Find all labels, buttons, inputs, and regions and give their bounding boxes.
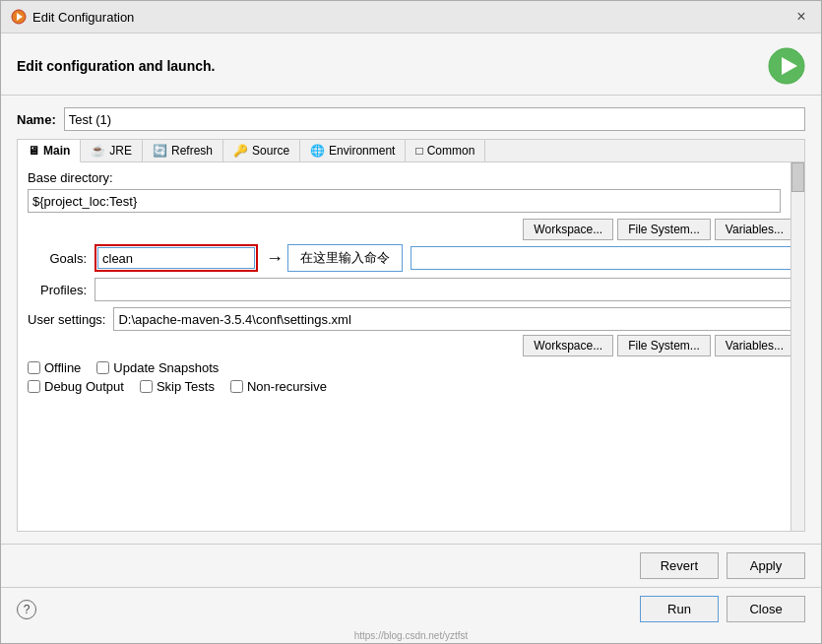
help-button[interactable]: ? <box>17 600 36 619</box>
jre-tab-icon: ☕ <box>91 144 105 158</box>
tab-main-label: Main <box>43 144 70 158</box>
footer-bottom: ? Run Close <box>1 587 821 630</box>
dialog-body: Name: 🖥 Main ☕ JRE 🔄 Refresh 🔑 <box>1 96 821 544</box>
main-tab-icon: 🖥 <box>28 144 39 158</box>
play-icon <box>768 47 805 85</box>
debug-output-label: Debug Output <box>44 379 124 394</box>
update-snapshots-checkbox[interactable] <box>96 361 109 374</box>
file-system-button-1[interactable]: File System... <box>617 219 711 240</box>
offline-checkbox[interactable] <box>28 361 40 374</box>
tab-environment-label: Environment <box>329 144 395 158</box>
close-button[interactable]: × <box>791 7 811 27</box>
goals-label: Goals: <box>28 251 87 266</box>
file-system-button-2[interactable]: File System... <box>617 335 711 356</box>
update-snapshots-checkbox-item[interactable]: Update Snapshots <box>96 360 219 375</box>
offline-label: Offline <box>44 360 81 375</box>
tab-refresh-label: Refresh <box>171 144 213 158</box>
update-snapshots-label: Update Snapshots <box>113 360 219 375</box>
base-directory-label: Base directory: <box>28 170 794 185</box>
tab-jre-label: JRE <box>109 144 132 158</box>
debug-output-checkbox-item[interactable]: Debug Output <box>28 379 124 394</box>
title-bar: Edit Configuration × <box>1 1 821 33</box>
footer-right-buttons: Run Close <box>640 596 805 622</box>
user-settings-label: User settings: <box>28 312 105 327</box>
scroll-bar[interactable] <box>790 162 804 531</box>
workspace-button-2[interactable]: Workspace... <box>523 335 613 356</box>
title-bar-left: Edit Configuration <box>11 9 134 25</box>
dialog-icon <box>11 9 27 25</box>
tab-environment[interactable]: 🌐 Environment <box>300 140 406 161</box>
footer-top: Revert Apply <box>1 544 821 587</box>
goals-right-input[interactable] <box>411 246 794 270</box>
offline-checkbox-item[interactable]: Offline <box>28 360 81 375</box>
dialog-header-title: Edit configuration and launch. <box>17 58 215 74</box>
edit-configuration-dialog: Edit Configuration × Edit configuration … <box>0 0 822 644</box>
tab-source-label: Source <box>252 144 289 158</box>
tab-refresh[interactable]: 🔄 Refresh <box>143 140 223 161</box>
tab-content-main: Base directory: Workspace... File System… <box>18 162 804 531</box>
profiles-label: Profiles: <box>28 283 87 297</box>
non-recursive-checkbox-item[interactable]: Non-recursive <box>230 379 327 394</box>
goals-input[interactable] <box>97 247 255 269</box>
profiles-input[interactable] <box>95 278 794 301</box>
skip-tests-checkbox[interactable] <box>140 380 153 393</box>
variables-button-2[interactable]: Variables... <box>715 335 794 356</box>
close-dialog-button[interactable]: Close <box>727 596 805 622</box>
skip-tests-label: Skip Tests <box>157 379 215 394</box>
variables-button-1[interactable]: Variables... <box>715 219 794 240</box>
base-directory-field: Base directory: <box>28 170 794 213</box>
checkbox-row-1: Offline Update Snapshots <box>28 360 794 375</box>
goals-row: Goals: → 在这里输入命令 <box>28 244 794 272</box>
checkboxes-section: Offline Update Snapshots Debug Output <box>28 360 794 394</box>
tabs-container: 🖥 Main ☕ JRE 🔄 Refresh 🔑 Source 🌐 <box>17 139 805 532</box>
tab-main[interactable]: 🖥 Main <box>18 140 81 162</box>
tabs-bar: 🖥 Main ☕ JRE 🔄 Refresh 🔑 Source 🌐 <box>18 140 804 162</box>
name-input[interactable] <box>64 107 805 131</box>
tab-common-label: Common <box>427 144 475 158</box>
refresh-tab-icon: 🔄 <box>153 144 167 158</box>
user-settings-buttons-row: Workspace... File System... Variables... <box>28 335 794 356</box>
environment-tab-icon: 🌐 <box>310 144 325 158</box>
name-label: Name: <box>17 112 56 127</box>
profiles-row: Profiles: <box>28 278 794 301</box>
dialog-header: Edit configuration and launch. <box>1 33 821 96</box>
tab-common[interactable]: □ Common <box>406 140 485 161</box>
workspace-button-1[interactable]: Workspace... <box>523 219 613 240</box>
scroll-thumb[interactable] <box>791 162 804 192</box>
tab-jre[interactable]: ☕ JRE <box>81 140 143 161</box>
run-button[interactable]: Run <box>640 596 719 622</box>
dialog-title: Edit Configuration <box>32 10 134 25</box>
arrow-annotation: → 在这里输入命令 <box>266 244 403 272</box>
name-row: Name: <box>17 107 805 131</box>
apply-button[interactable]: Apply <box>727 552 805 579</box>
common-tab-icon: □ <box>415 144 422 158</box>
base-directory-input[interactable] <box>28 189 781 213</box>
base-dir-buttons-row: Workspace... File System... Variables... <box>28 219 794 240</box>
checkbox-row-2: Debug Output Skip Tests Non-recursive <box>28 379 794 394</box>
watermark: https://blog.csdn.net/yztfst <box>1 630 821 643</box>
revert-button[interactable]: Revert <box>640 552 719 579</box>
source-tab-icon: 🔑 <box>233 144 248 158</box>
skip-tests-checkbox-item[interactable]: Skip Tests <box>140 379 215 394</box>
non-recursive-label: Non-recursive <box>247 379 327 394</box>
debug-output-checkbox[interactable] <box>28 380 40 393</box>
tab-source[interactable]: 🔑 Source <box>223 140 300 161</box>
user-settings-input[interactable] <box>113 307 794 331</box>
annotation-box: 在这里输入命令 <box>287 244 403 272</box>
user-settings-row: User settings: <box>28 307 794 331</box>
arrow-icon: → <box>266 248 284 269</box>
goals-input-wrapper <box>95 244 258 272</box>
non-recursive-checkbox[interactable] <box>230 380 243 393</box>
annotation-text: 在这里输入命令 <box>300 250 390 265</box>
